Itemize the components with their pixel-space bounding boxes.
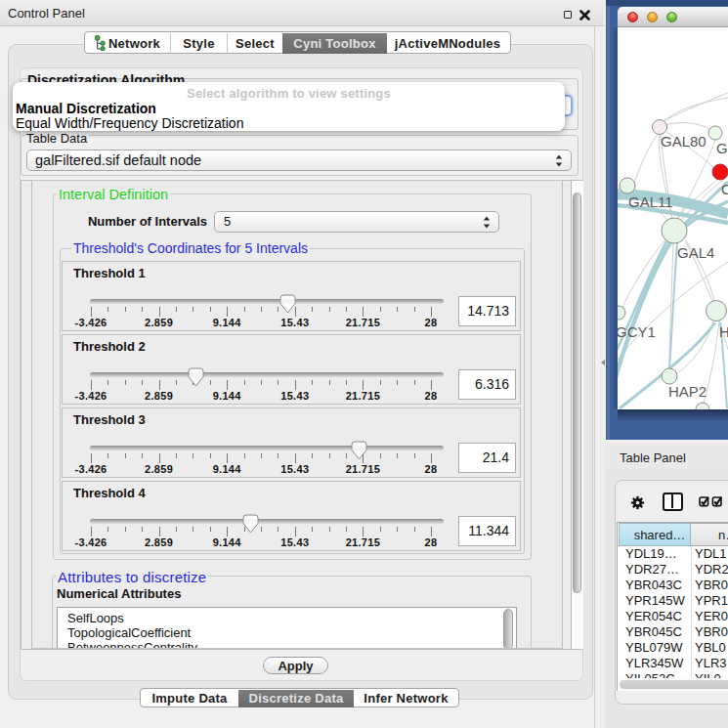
svg-text:GAL11: GAL11	[628, 193, 673, 210]
svg-text:GAL80: GAL80	[661, 133, 707, 150]
svg-text:GCY1: GCY1	[618, 323, 656, 340]
svg-text:HAP2: HAP2	[668, 383, 707, 400]
svg-text:G.: G.	[716, 140, 728, 156]
svg-text:H: H	[719, 323, 728, 340]
svg-text:C: C	[721, 181, 728, 197]
svg-text:GAL4: GAL4	[677, 244, 714, 261]
